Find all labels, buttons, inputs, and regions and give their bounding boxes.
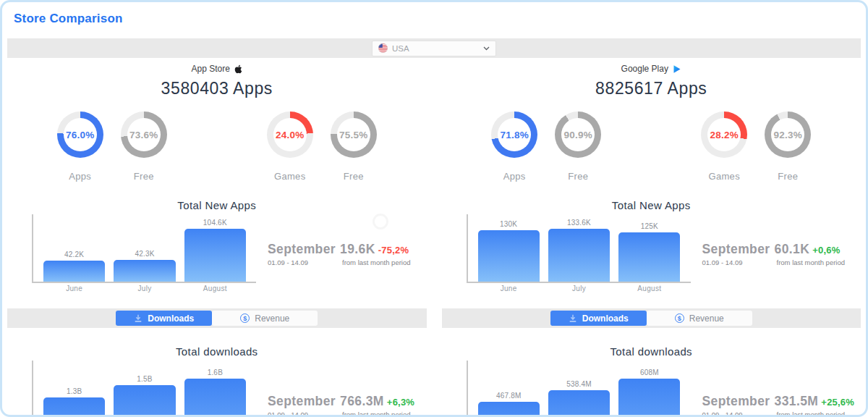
summary-change: +25,6% <box>821 397 854 408</box>
downloads-chart-row: 1.3B1.5B1.6B September 766.3M +6,3% 01.0… <box>7 361 427 417</box>
downloads-summary: September 331.5M +25,6% 01.09 - 14.09 fr… <box>691 361 861 417</box>
store-columns: App Store 3580403 Apps 76.0% Apps <box>2 58 866 417</box>
bar-column: 608M <box>618 368 680 417</box>
bar <box>618 379 680 417</box>
apps-count: 8825617 Apps <box>442 79 861 98</box>
donut-label: Apps <box>503 171 526 182</box>
donut-free: 90.9% Free <box>555 111 601 182</box>
tab-downloads-label: Downloads <box>148 313 194 324</box>
downloads-chart-title: Total downloads <box>442 345 861 358</box>
new-apps-chart-row: 42.2KJune42.3KJuly104.6KAugust September… <box>7 214 427 283</box>
bar <box>478 402 540 417</box>
donut-gauge: 73.6% <box>121 111 167 158</box>
bar-month-label: July <box>137 285 151 292</box>
summary-value: 60.1K <box>775 242 810 257</box>
apps-count: 3580403 Apps <box>7 79 427 98</box>
donut-free: 73.6% Free <box>121 111 167 182</box>
bar-value-label: 538.4M <box>566 380 592 388</box>
tab-downloads-label: Downloads <box>582 313 629 324</box>
donut-pair-apps: 71.8% Apps 90.9% Free <box>491 111 601 182</box>
bar <box>618 232 680 282</box>
bar-column: 467.8M <box>478 392 540 417</box>
summary-period: 01.09 - 14.09 <box>268 258 342 266</box>
chevron-down-icon <box>483 46 490 51</box>
summary-value: 331.5M <box>775 394 819 409</box>
downloads-summary: September 766.3M +6,3% 01.09 - 14.09 fro… <box>256 361 427 417</box>
tab-revenue[interactable]: $ Revenue <box>647 311 752 326</box>
bar-value-label: 133.6K <box>567 219 591 227</box>
bar-value-label: 42.3K <box>135 250 154 258</box>
downloads-chart: 467.8M538.4M608M <box>467 361 691 417</box>
bar-value-label: 42.2K <box>64 250 84 258</box>
new-apps-chart-title: Total New Apps <box>442 199 861 211</box>
donut-label: Free <box>568 171 588 182</box>
summary-subline: 01.09 - 14.09 from last month period <box>702 258 861 266</box>
donut-games: 28.2% Games <box>701 111 747 182</box>
bar-column: 538.4M <box>548 380 610 417</box>
summary-change: -75,2% <box>378 245 409 256</box>
tab-revenue[interactable]: $ Revenue <box>212 311 318 326</box>
donut-value: 92.3% <box>774 130 802 140</box>
tab-revenue-label: Revenue <box>689 313 724 324</box>
donut-pair-games: 24.0% Games 75.5% Free <box>267 111 377 182</box>
donut-value: 73.6% <box>129 130 158 140</box>
donut-value: 75.5% <box>339 130 367 140</box>
downloads-chart-row: 467.8M538.4M608M September 331.5M +25,6%… <box>442 361 861 417</box>
donut-apps: 71.8% Apps <box>491 111 537 182</box>
bar-value-label: 467.8M <box>496 392 522 400</box>
donut-value: 71.8% <box>501 130 529 140</box>
bar <box>548 229 610 282</box>
donut-value: 28.2% <box>710 130 739 140</box>
tab-downloads[interactable]: Downloads <box>550 311 647 326</box>
donut-label: Games <box>274 171 305 182</box>
summary-period: 01.09 - 14.09 <box>702 258 777 266</box>
bar <box>43 261 105 282</box>
summary-line: September 60.1K +0,6% <box>702 242 861 257</box>
donut-label: Games <box>709 171 740 182</box>
tab-revenue-label: Revenue <box>255 313 289 324</box>
donut-free-games: 92.3% Free <box>765 111 811 182</box>
downloads-chart: 1.3B1.5B1.6B <box>32 361 256 417</box>
bar-value-label: 608M <box>640 368 659 376</box>
bar <box>184 379 246 417</box>
summary-subline: 01.09 - 14.09 from last month period <box>268 258 427 266</box>
summary-change: +6,3% <box>387 397 414 408</box>
donut-gauge: 90.9% <box>555 111 601 158</box>
summary-month: September <box>702 242 770 257</box>
donut-games: 24.0% Games <box>267 111 313 182</box>
donut-gauge: 28.2% <box>701 111 747 158</box>
donut-apps: 76.0% Apps <box>57 111 103 182</box>
bar-value-label: 104.6K <box>203 219 227 227</box>
bar-month-label: August <box>637 285 661 292</box>
donut-value: 24.0% <box>276 130 304 140</box>
store-column-google-play: Google Play 8825617 Apps 71.8% Apps <box>442 58 861 417</box>
spinner-circle <box>373 214 388 229</box>
donut-label: Apps <box>69 171 91 182</box>
bar-column: 1.3B <box>43 387 105 417</box>
donut-label: Free <box>134 171 154 182</box>
donut-row: 76.0% Apps 73.6% Free 24.0% <box>7 111 427 182</box>
summary-value: 19.6K <box>340 242 375 257</box>
region-selector-bar: USA <box>7 38 861 58</box>
new-apps-summary: September 60.1K +0,6% 01.09 - 14.09 from… <box>691 214 861 283</box>
store-name: Google Play <box>621 64 668 74</box>
bar-value-label: 1.5B <box>137 375 152 383</box>
bar-value-label: 125K <box>641 222 658 230</box>
bar-column: 42.2KJune <box>43 250 105 282</box>
bar <box>114 260 175 282</box>
donut-value: 76.0% <box>66 130 94 140</box>
bar-month-label: June <box>501 285 517 292</box>
store-column-app-store: App Store 3580403 Apps 76.0% Apps <box>7 58 427 417</box>
bar-column: 42.3KJuly <box>114 250 175 282</box>
tab-downloads[interactable]: Downloads <box>116 311 212 326</box>
donut-label: Free <box>778 171 798 182</box>
bar-column: 133.6KJuly <box>548 219 610 282</box>
new-apps-chart-row: 130KJune133.6KJuly125KAugust September 6… <box>442 214 861 283</box>
google-play-icon <box>673 64 681 74</box>
bar-month-label: June <box>66 285 82 292</box>
summary-month: September <box>702 394 770 409</box>
donut-free-games: 75.5% Free <box>331 111 377 182</box>
summary-subline: 01.09 - 14.09 from last month period <box>268 410 427 417</box>
bar-column: 1.6B <box>184 368 246 417</box>
country-select[interactable]: USA <box>372 41 496 56</box>
